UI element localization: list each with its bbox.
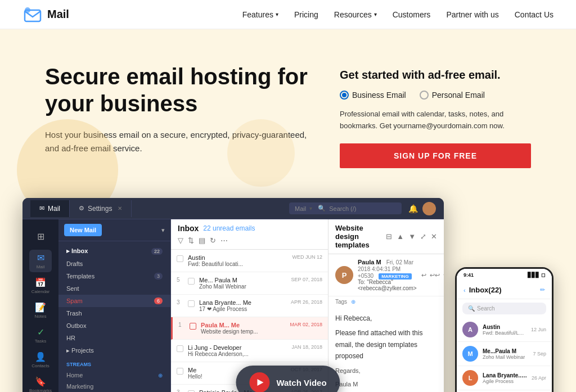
nav-links: Features ▾ Pricing Resources ▾ Customers… [242, 10, 554, 19]
refresh-icon[interactable]: ↻ [210, 236, 216, 245]
chevron-down-icon: ▾ [276, 11, 278, 17]
email-content: Please find attached with this email, th… [335, 327, 437, 362]
email-regards: Regards, [335, 366, 437, 376]
radio-personal-circle [420, 91, 429, 100]
phone-edit-icon[interactable]: ✏ [540, 286, 545, 294]
folder-hr[interactable]: HR [58, 332, 170, 344]
nav-pricing[interactable]: Pricing [294, 10, 318, 19]
contacts-icon: 👤 [35, 352, 46, 362]
view-toggle-icon[interactable]: ▤ [199, 236, 205, 245]
sidebar-contacts-icon[interactable]: 👤 Contacts [29, 349, 52, 371]
sidebar-calendar-icon[interactable]: 📅 Calendar [29, 274, 52, 297]
detail-toolbar: ⊟ ▲ ▼ ⤢ ✕ [386, 232, 437, 241]
arrow-up-icon[interactable]: ▲ [397, 232, 404, 241]
phone-back-icon[interactable]: ‹ [464, 287, 466, 294]
play-button[interactable] [249, 372, 269, 392]
logo-icon [22, 4, 43, 25]
phone-status-bar: 9:41 ▊▊▊ ◻ [457, 269, 552, 281]
reply-icon[interactable]: ↩ [421, 272, 426, 279]
nav-features[interactable]: Features ▾ [242, 10, 278, 19]
search-context-label: Mail [295, 205, 306, 212]
tab-settings[interactable]: ⚙ Settings ✕ [70, 200, 132, 217]
detail-header: Website design templates ⊟ ▲ ▼ ⤢ ✕ [328, 219, 444, 254]
sort-icon[interactable]: ⇅ [188, 236, 194, 245]
arrow-down-icon[interactable]: ▼ [408, 232, 416, 241]
sidebar-menu-icon[interactable]: ⊞ [29, 225, 52, 247]
email-checkbox[interactable] [177, 368, 183, 375]
more-icon[interactable]: ⋯ [220, 236, 228, 245]
phone-email-row[interactable]: A Austin Fwd: Beautiful/Locations 12 Jun [457, 318, 552, 342]
sidebar-notes-icon[interactable]: 📝 Notes [29, 299, 52, 322]
phone-mockup: 9:41 ▊▊▊ ◻ ‹ Inbox(22) ✏ 🔍 Search A Aust… [455, 267, 554, 392]
watch-video-button[interactable]: Watch Video [236, 366, 340, 392]
notes-icon: 📝 [35, 302, 46, 313]
folder-outbox[interactable]: Outbox [58, 319, 170, 332]
add-stream-icon[interactable]: ⊕ [158, 372, 163, 379]
phone-signal-icon: ▊▊▊ ◻ [528, 272, 545, 278]
email-row-selected[interactable]: 1 Paula M... Me Website design temp... M… [171, 317, 328, 340]
email-row[interactable]: 3 Lana Bryante... Me 17 ❤ Agile Process … [171, 295, 328, 317]
email-checkbox[interactable] [190, 323, 196, 330]
svg-point-1 [25, 7, 30, 13]
reply-all-icon[interactable]: ↩↩ [430, 272, 440, 279]
new-mail-button[interactable]: New Mail [64, 224, 102, 236]
email-row[interactable]: Li Jung - Developer Hi Rebecca Anderson,… [171, 340, 328, 362]
expand-icon[interactable]: ⤢ [420, 232, 426, 241]
radio-personal[interactable]: Personal Email [420, 91, 485, 100]
user-avatar[interactable] [422, 202, 436, 215]
email-checkbox[interactable] [188, 300, 195, 307]
sidebar-tasks-icon[interactable]: ✓ Tasks [29, 324, 52, 346]
folder-spam[interactable]: Spam 6 [58, 295, 170, 307]
email-checkbox[interactable] [177, 255, 183, 262]
folder-sent[interactable]: Sent [58, 282, 170, 295]
nav-customers[interactable]: Customers [393, 10, 431, 19]
email-row[interactable]: Austin Fwd: Beautiful locati... WED JUN … [171, 250, 328, 272]
logo[interactable]: Mail [22, 4, 69, 25]
notification-bell-icon[interactable]: 🔔 [408, 204, 418, 213]
phone-avatar: L [462, 370, 478, 386]
add-tag-icon[interactable]: ⊕ [351, 299, 356, 305]
email-subject: Website design templates [335, 224, 386, 249]
app-sidebar: ⊞ ✉ Mail 📅 Calendar 📝 Notes ✓ Tasks [22, 219, 58, 392]
folder-list: ▸ Inbox 22 Drafts Templates 3 Sent Spam [58, 241, 170, 392]
close-icon[interactable]: ✕ [431, 232, 437, 241]
folder-projects[interactable]: ▸ Projects [58, 344, 170, 357]
stream-marketing[interactable]: Marketing [58, 381, 170, 392]
signup-button[interactable]: SIGN UP FOR FREE [340, 143, 531, 168]
inbox-header: Inbox 22 unread emails ▽ ⇅ ▤ ↻ ⋯ [171, 219, 328, 250]
play-triangle-icon [257, 379, 263, 386]
phone-email-row[interactable]: M Me...Paula M Zoho Mail Webinar 7 Sep [457, 342, 552, 366]
radio-business[interactable]: Business Email [340, 91, 406, 100]
folder-drafts[interactable]: Drafts [58, 258, 170, 270]
app-screenshot-section: ✉ Mail ⚙ Settings ✕ Mail ▾ 🔍 Search (/) … [0, 198, 576, 392]
email-checkbox[interactable] [177, 345, 183, 352]
nav-resources[interactable]: Resources ▾ [334, 10, 377, 19]
phone-email-row[interactable]: L Lana Bryante... Me Agile Process 26 Ap… [457, 366, 552, 390]
hero-tagline: Professional email with calendar, tasks,… [340, 109, 531, 132]
compose-dropdown-icon[interactable]: ▾ [161, 227, 165, 234]
forward-icon[interactable]: ↪ [443, 272, 444, 279]
email-checkbox[interactable] [188, 278, 195, 285]
unread-count: 22 unread emails [203, 224, 255, 232]
hero-title: Secure email hosting for your business [45, 63, 315, 117]
close-icon[interactable]: ✕ [118, 205, 122, 211]
folder-templates[interactable]: Templates 3 [58, 270, 170, 282]
tab-mail[interactable]: ✉ Mail [30, 200, 70, 217]
stream-home[interactable]: Home ⊕ [58, 370, 170, 381]
window-body: ⊞ ✉ Mail 📅 Calendar 📝 Notes ✓ Tasks [22, 219, 444, 392]
sidebar-bookmarks-icon[interactable]: 🔖 Bookmarks [29, 373, 52, 392]
folder-inbox[interactable]: ▸ Inbox 22 [58, 245, 170, 258]
window-search[interactable]: Mail ▾ 🔍 Search (/) [289, 202, 402, 214]
archive-icon[interactable]: ⊟ [386, 232, 392, 241]
brand-name: Mail [47, 8, 69, 21]
email-to: To: "Rebecca" <rebecca@zylker.com> [358, 279, 417, 291]
email-body: Hi Rebecca, Please find attached with th… [328, 307, 444, 392]
nav-contact[interactable]: Contact Us [515, 10, 554, 19]
email-tags: Tags ⊕ [328, 296, 444, 307]
folder-trash[interactable]: Trash [58, 307, 170, 319]
nav-partner[interactable]: Partner with us [446, 10, 498, 19]
filter-icon[interactable]: ▽ [178, 236, 183, 245]
email-row[interactable]: 5 Me... Paula M Zoho Mail Webinar SEP 07… [171, 272, 328, 295]
sidebar-mail-icon[interactable]: ✉ Mail [29, 250, 52, 272]
phone-search-bar[interactable]: 🔍 Search [462, 303, 546, 314]
